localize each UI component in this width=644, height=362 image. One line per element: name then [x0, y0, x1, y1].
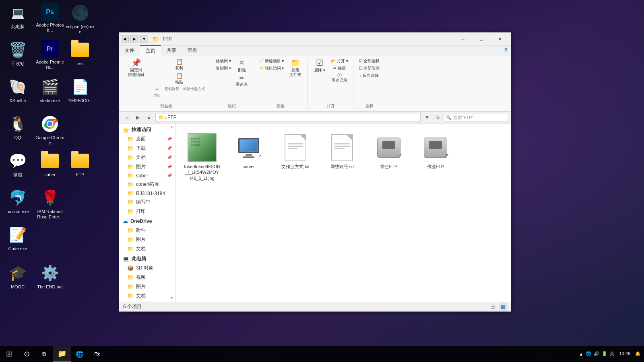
- sidebar-item-conert[interactable]: 📁 conert拓展: [119, 180, 175, 189]
- search-box[interactable]: 🔍 搜索"FTP": [444, 113, 508, 122]
- organize-col2: ✕ 删除 ✏ 重命名: [234, 58, 250, 93]
- desktop-icon-ftp[interactable]: FTP: [66, 151, 95, 177]
- sidebar-item-od-pictures[interactable]: 📁 图片: [119, 235, 175, 244]
- tray-caret[interactable]: ▲: [579, 352, 584, 356]
- ribbon-tab-share[interactable]: 共享: [161, 45, 182, 56]
- select-none-button[interactable]: ☐ 全部取消: [357, 65, 382, 72]
- quick-access-btn-3[interactable]: ▼: [140, 35, 148, 43]
- sidebar-item-videos[interactable]: 📁 视频: [119, 273, 175, 282]
- open-btn[interactable]: 📂 打开 ▾: [329, 58, 350, 64]
- sidebar-item-pictures[interactable]: 📁 图片 📌: [119, 162, 175, 171]
- view-list-button[interactable]: ☰: [489, 303, 497, 311]
- desktop-icon-ibm[interactable]: 🌹 IBM Rational Rose Enter...: [35, 188, 64, 220]
- sidebar-item-3d[interactable]: 📦 3D 对象: [119, 263, 175, 273]
- ribbon-tab-file[interactable]: 文件: [119, 45, 140, 56]
- sidebar-scroll-down[interactable]: ▼: [170, 296, 173, 300]
- onedrive-header[interactable]: ☁ OneDrive: [119, 217, 175, 226]
- desktop-icon-this-pc[interactable]: 💻 此电脑: [3, 3, 32, 29]
- paste-shortcut-button[interactable]: 粘贴快捷方式: [182, 86, 206, 99]
- desktop-icon-qq[interactable]: 🐧 QQ: [3, 114, 32, 140]
- maximize-button[interactable]: □: [472, 33, 491, 45]
- invert-button[interactable]: ↕ 反向选择: [357, 72, 382, 79]
- desktop-icon-eclipse[interactable]: 🌑 eclipse (ee).exe: [66, 3, 95, 35]
- pin-button[interactable]: 📌 固定到快速访问: [126, 58, 147, 78]
- desktop-icon-test[interactable]: test: [66, 40, 95, 66]
- explorer-window: ◀ ▶ ▼ 📁 FTP ─ □ ✕ 文件 主页 共享 查看 ?: [119, 32, 511, 312]
- sidebar-item-docs[interactable]: 📁 文档: [119, 291, 175, 300]
- file-item-server[interactable]: ↗ server: [229, 130, 269, 184]
- sidebar-item-documents[interactable]: 📁 文档 📌: [119, 153, 175, 162]
- desktop-icon-theend[interactable]: ⚙️ The END.bat: [35, 263, 64, 290]
- history-button[interactable]: 🕐 历史记录: [329, 72, 350, 84]
- file-area[interactable]: 数据内容文件内容图像数据 InkedInked46SOB_(_LI(S4W2MO…: [175, 123, 511, 302]
- refresh-button[interactable]: ↻: [433, 113, 442, 122]
- paste-button[interactable]: 📋 粘贴: [152, 72, 206, 85]
- select-all-icon: ☑ 全部选择: [359, 58, 380, 64]
- dropdown-button[interactable]: ▼: [422, 113, 432, 122]
- delete-button[interactable]: ✕ 删除: [234, 58, 250, 74]
- desktop-icon-1949[interactable]: 📄 1949B0C0...: [66, 77, 95, 103]
- ribbon-tab-home[interactable]: 主页: [140, 45, 161, 56]
- close-button[interactable]: ✕: [491, 33, 509, 45]
- taskbar-taskview[interactable]: ⧉: [35, 346, 53, 362]
- sidebar-scroll-up[interactable]: ▲: [170, 125, 173, 129]
- sidebar-item-od-documents[interactable]: 📁 文档: [119, 244, 175, 253]
- file-item-inked-jpg[interactable]: 数据内容文件内容图像数据 InkedInked46SOB_(_LI(S4W2MO…: [182, 130, 222, 184]
- desktop-icon-saber[interactable]: saber: [35, 151, 64, 177]
- desktop-icon-navicat[interactable]: 🐬 navicat.exe: [3, 188, 32, 214]
- tray-notifications[interactable]: 🔔: [635, 351, 641, 356]
- cut-button[interactable]: ✂ 剪切: [152, 86, 162, 99]
- rename-button[interactable]: ✏ 重命名: [234, 74, 250, 88]
- taskbar-clock[interactable]: 10:48: [616, 351, 634, 357]
- quick-access-btn-1[interactable]: ◀: [121, 35, 129, 43]
- quick-access-btn-2[interactable]: ▶: [130, 35, 138, 43]
- desktop-icon-studio[interactable]: 🎬 studio.exe: [35, 77, 64, 103]
- taskbar-edge[interactable]: 🌐: [71, 346, 89, 362]
- properties-button[interactable]: ☑ 属性 ▾: [312, 58, 328, 74]
- copy-path-button[interactable]: 复制路径: [163, 86, 181, 99]
- desktop-icon-premiere[interactable]: Pr Adobe Premiere...: [35, 40, 64, 70]
- view-grid-button[interactable]: ▦: [499, 303, 507, 311]
- file-item-wangluozhanghao[interactable]: 网线账号.txt: [322, 130, 362, 184]
- ribbon-tab-view[interactable]: 查看: [182, 45, 203, 56]
- sidebar-item-saber[interactable]: 📁 saber 📌: [119, 171, 175, 180]
- sidebar-item-bianzhu[interactable]: 📁 编写中: [119, 197, 175, 207]
- ribbon-help-btn[interactable]: ?: [501, 45, 511, 56]
- sidebar-item-images[interactable]: 📁 图片: [119, 282, 175, 291]
- easy-access-button[interactable]: ⚡ 轻松访问 ▾: [257, 65, 286, 72]
- taskbar-search[interactable]: ⊙: [18, 346, 35, 362]
- copy-button[interactable]: 📋 复制: [152, 58, 206, 71]
- back-button[interactable]: ◀: [122, 113, 131, 122]
- sidebar-item-downloads[interactable]: 📁 下载 📌: [119, 144, 175, 153]
- taskbar-store[interactable]: 🛍: [89, 346, 106, 362]
- quick-access-header[interactable]: ⭐ 快速访问: [119, 125, 175, 134]
- desktop-icon-code[interactable]: 📝 Code.exe: [3, 225, 32, 251]
- file-item-zuoye-txt[interactable]: 文作业方式.txt: [275, 130, 316, 184]
- new-folder-button[interactable]: 📁 新建文件夹: [287, 58, 304, 78]
- desktop-icon-recycle[interactable]: 🗑️ 回收站: [3, 40, 32, 66]
- sidebar-item-rj3181[interactable]: 📁 RJ3181-3184: [119, 189, 175, 197]
- sidebar-item-desktop[interactable]: 📁 桌面 📌: [119, 134, 175, 144]
- up-button[interactable]: ▲: [144, 113, 154, 122]
- sidebar-item-attachments[interactable]: 📁 附件: [119, 226, 175, 235]
- desktop-icon-chrome[interactable]: Google Chrome: [35, 114, 64, 146]
- move-to-button[interactable]: 移动到 ▾: [214, 58, 233, 64]
- select-all-button[interactable]: ☑ 全部选择: [357, 58, 382, 64]
- this-pc-header[interactable]: 💻 此电脑: [119, 254, 175, 263]
- desktop-icon-mooc[interactable]: 🎓 MOOC: [3, 263, 32, 290]
- sidebar-item-print[interactable]: 📁 打印: [119, 207, 175, 216]
- desktop-icon-photoshop[interactable]: Ps Adobe Photosh...: [35, 3, 64, 33]
- taskbar-explorer[interactable]: 📁: [53, 346, 71, 362]
- start-button[interactable]: ⊞: [0, 346, 18, 362]
- forward-button[interactable]: ▶: [133, 113, 142, 122]
- minimize-button[interactable]: ─: [454, 33, 472, 45]
- file-item-zuoye-ftp[interactable]: ↗ 作业FTP: [415, 130, 456, 184]
- new-item-button[interactable]: 📄 新建项目 ▾: [257, 58, 286, 64]
- sidebar-item-dl[interactable]: ⬇ 下载: [119, 300, 175, 302]
- desktop-icon-xshell[interactable]: 🐚 XShell 5: [3, 77, 32, 103]
- edit-button[interactable]: ✏ 编辑: [329, 65, 350, 72]
- desktop-icon-wechat[interactable]: 💬 微信: [3, 151, 32, 177]
- address-path[interactable]: 📁 › FTP: [155, 113, 421, 122]
- file-item-xuesheng-ftp[interactable]: ↗ 学生FTP: [369, 130, 409, 184]
- copy-to-button[interactable]: 复制到 ▾: [214, 65, 233, 72]
